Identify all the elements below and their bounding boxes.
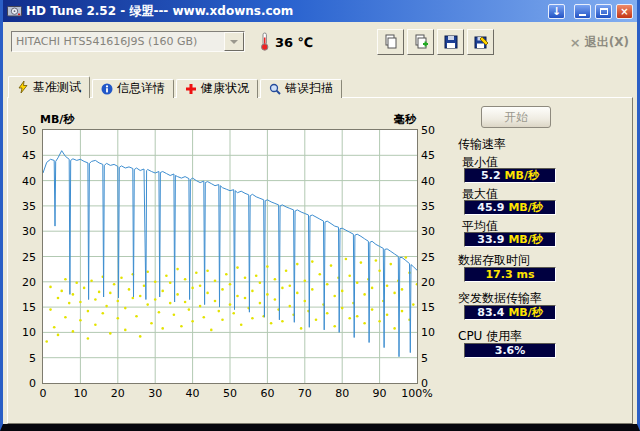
y-axis-left-ticks: 50454035302520151050 xyxy=(8,130,38,383)
magnifier-icon xyxy=(269,83,281,95)
save-image-button[interactable] xyxy=(437,29,464,55)
exit-label: 退出(X) xyxy=(585,34,629,51)
transfer-rate-group-label: 传输速率 xyxy=(458,136,506,153)
close-icon: × xyxy=(620,6,628,17)
avg-value-box: 33.9 MB/秒 xyxy=(464,232,556,247)
tab-health-label: 健康状况 xyxy=(201,80,249,97)
window-title: HD Tune 2.52 - 绿盟--- www.xdowns.com xyxy=(26,3,544,20)
access-time-value-box: 17.3 ms xyxy=(464,267,556,282)
copy-icon xyxy=(383,34,399,50)
exit-icon: × xyxy=(570,35,581,50)
burst-rate-value: 83.4 xyxy=(477,306,504,319)
drive-select-value: HITACHI HTS541616J9S (160 GB) xyxy=(12,32,224,51)
health-cross-icon xyxy=(185,83,197,95)
copy-image-icon xyxy=(413,34,429,50)
tab-benchmark[interactable]: 基准测试 xyxy=(8,76,90,98)
down-arrow-icon: ↓ xyxy=(552,5,561,18)
benchmark-chart xyxy=(42,129,418,384)
tab-error-scan-label: 错误扫描 xyxy=(285,80,333,97)
hd-tune-window: HD Tune 2.52 - 绿盟--- www.xdowns.com ↓ × … xyxy=(0,0,640,431)
floppy-edit-icon xyxy=(473,34,489,50)
download-button[interactable]: ↓ xyxy=(548,4,565,19)
cpu-usage-value: 3.6% xyxy=(495,344,526,357)
burst-rate-unit: MB/秒 xyxy=(508,305,542,320)
tabstrip: 基准测试 信息详情 健康状况 错误扫描 xyxy=(8,76,342,98)
avg-unit: MB/秒 xyxy=(508,232,542,247)
info-icon xyxy=(101,83,113,95)
max-value: 45.9 xyxy=(477,201,504,214)
maximize-icon xyxy=(600,8,608,15)
start-button[interactable]: 开始 xyxy=(481,106,551,128)
benchmark-plot xyxy=(43,130,417,383)
temperature-value: 36 ℃ xyxy=(275,35,313,50)
access-time-unit: ms xyxy=(517,268,535,281)
tab-info-label: 信息详情 xyxy=(117,80,165,97)
minimize-button[interactable] xyxy=(574,4,591,19)
max-value-box: 45.9 MB/秒 xyxy=(464,200,556,215)
tab-info[interactable]: 信息详情 xyxy=(92,79,174,98)
titlebar[interactable]: HD Tune 2.52 - 绿盟--- www.xdowns.com ↓ × xyxy=(3,0,637,22)
benchmark-panel: MB/秒 毫秒 50454035302520151050 50454035302… xyxy=(7,97,633,424)
max-unit: MB/秒 xyxy=(508,200,542,215)
y-axis-right-ticks: 50454035302520151050 xyxy=(421,130,447,383)
close-button[interactable]: × xyxy=(616,4,633,19)
drive-select[interactable]: HITACHI HTS541616J9S (160 GB) xyxy=(11,31,245,52)
start-button-label: 开始 xyxy=(504,109,528,126)
cpu-usage-value-box: 3.6% xyxy=(464,343,556,358)
tab-health[interactable]: 健康状况 xyxy=(176,79,258,98)
app-icon xyxy=(7,4,22,19)
tab-error-scan[interactable]: 错误扫描 xyxy=(260,79,342,98)
copy-image-button[interactable] xyxy=(407,29,434,55)
chevron-down-icon xyxy=(230,40,238,48)
min-unit: MB/秒 xyxy=(505,168,539,183)
save-text-button[interactable] xyxy=(467,29,494,55)
y-axis-right-label: 毫秒 xyxy=(394,112,416,127)
minimize-icon xyxy=(579,14,586,16)
benchmark-icon xyxy=(17,81,29,93)
access-time-value: 17.3 xyxy=(485,268,512,281)
y-axis-left-label: MB/秒 xyxy=(40,112,74,127)
min-value-box: 5.2 MB/秒 xyxy=(464,168,556,183)
tab-benchmark-label: 基准测试 xyxy=(33,79,81,96)
maximize-button[interactable] xyxy=(595,4,612,19)
copy-text-button[interactable] xyxy=(377,29,404,55)
floppy-icon xyxy=(443,34,459,50)
exit-button[interactable]: × 退出(X) xyxy=(570,34,629,51)
toolbar: HITACHI HTS541616J9S (160 GB) 36 ℃ xyxy=(3,22,637,76)
avg-value: 33.9 xyxy=(477,233,504,246)
thermometer-icon xyxy=(259,32,271,55)
toolbar-buttons xyxy=(377,29,494,55)
x-axis-ticks: 0102030405060708090100% xyxy=(43,387,423,401)
min-value: 5.2 xyxy=(481,169,501,182)
drive-select-dropdown-button[interactable] xyxy=(224,32,244,51)
burst-rate-value-box: 83.4 MB/秒 xyxy=(464,305,556,320)
